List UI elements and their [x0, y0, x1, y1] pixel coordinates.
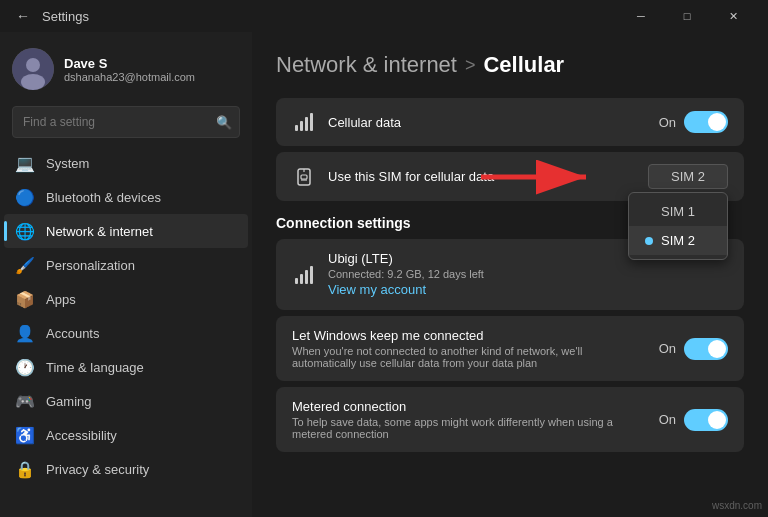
search-input[interactable] — [12, 106, 240, 138]
svg-rect-14 — [305, 270, 308, 284]
accounts-icon: 👤 — [16, 324, 34, 342]
keep-connected-status: On — [659, 341, 676, 356]
sidebar-item-label: Bluetooth & devices — [46, 190, 161, 205]
minimize-button[interactable]: ─ — [618, 0, 664, 32]
sidebar-item-label: System — [46, 156, 89, 171]
breadcrumb-current: Cellular — [483, 52, 564, 78]
svg-rect-6 — [310, 113, 313, 131]
maximize-button[interactable]: □ — [664, 0, 710, 32]
svg-rect-8 — [301, 175, 307, 179]
ubigi-subtitle: Connected: 9.2 GB, 12 days left — [328, 268, 728, 280]
svg-rect-5 — [305, 117, 308, 131]
sim-dropdown[interactable]: SIM 2 SIM 1 SIM 2 — [648, 164, 728, 189]
sidebar-item-label: Privacy & security — [46, 462, 149, 477]
user-name: Dave S — [64, 56, 195, 71]
sidebar-item-label: Accounts — [46, 326, 99, 341]
metered-card: Metered connection To help save data, so… — [276, 387, 744, 452]
sidebar-item-label: Apps — [46, 292, 76, 307]
breadcrumb-separator: > — [465, 55, 476, 76]
cellular-data-toggle[interactable] — [684, 111, 728, 133]
keep-connected-title: Let Windows keep me connected — [292, 328, 647, 343]
cellular-icon — [292, 110, 316, 134]
content-area: Network & internet > Cellular Cellular d… — [252, 32, 768, 517]
window-controls: ─ □ ✕ — [618, 0, 756, 32]
sidebar-item-gaming[interactable]: 🎮 Gaming — [4, 384, 248, 418]
svg-rect-3 — [295, 125, 298, 131]
svg-point-1 — [26, 58, 40, 72]
search-box: 🔍 — [12, 106, 240, 138]
sidebar-item-bluetooth[interactable]: 🔵 Bluetooth & devices — [4, 180, 248, 214]
back-button[interactable]: ← — [12, 5, 34, 27]
network-icon: 🌐 — [16, 222, 34, 240]
user-info: Dave S dshanaha23@hotmail.com — [64, 56, 195, 83]
sidebar-item-system[interactable]: 💻 System — [4, 146, 248, 180]
svg-rect-15 — [310, 266, 313, 284]
bluetooth-icon: 🔵 — [16, 188, 34, 206]
sidebar-item-label: Network & internet — [46, 224, 153, 239]
ubigi-icon — [292, 263, 316, 287]
sim-card-title: Use this SIM for cellular data — [328, 169, 636, 184]
sim-option-2[interactable]: SIM 2 — [629, 226, 727, 255]
nav-container: 💻 System 🔵 Bluetooth & devices 🌐 Network… — [0, 146, 252, 486]
metered-status: On — [659, 412, 676, 427]
app-title: Settings — [42, 9, 610, 24]
personalization-icon: 🖌️ — [16, 256, 34, 274]
avatar — [12, 48, 54, 90]
sidebar-item-label: Time & language — [46, 360, 144, 375]
view-account-link[interactable]: View my account — [328, 282, 426, 297]
main-layout: Dave S dshanaha23@hotmail.com 🔍 💻 System… — [0, 32, 768, 517]
cellular-data-title: Cellular data — [328, 115, 647, 130]
gaming-icon: 🎮 — [16, 392, 34, 410]
sim-card-card: Use this SIM for cellular data SIM 2 — [276, 152, 744, 201]
sim-option-1[interactable]: SIM 1 — [629, 197, 727, 226]
sidebar-item-privacy[interactable]: 🔒 Privacy & security — [4, 452, 248, 486]
metered-subtitle: To help save data, some apps might work … — [292, 416, 647, 440]
metered-title: Metered connection — [292, 399, 647, 414]
sidebar-item-network[interactable]: 🌐 Network & internet — [4, 214, 248, 248]
search-icon: 🔍 — [216, 115, 232, 130]
sidebar-item-label: Accessibility — [46, 428, 117, 443]
breadcrumb: Network & internet > Cellular — [276, 52, 744, 78]
metered-content: Metered connection To help save data, so… — [292, 399, 647, 440]
cellular-data-right: On — [659, 111, 728, 133]
sidebar-item-label: Gaming — [46, 394, 92, 409]
svg-point-2 — [21, 74, 45, 90]
keep-connected-content: Let Windows keep me connected When you'r… — [292, 328, 647, 369]
sim-dropdown-menu: SIM 1 SIM 2 — [628, 192, 728, 260]
svg-rect-12 — [295, 278, 298, 284]
sidebar-item-label: Personalization — [46, 258, 135, 273]
sidebar-item-accounts[interactable]: 👤 Accounts — [4, 316, 248, 350]
user-profile[interactable]: Dave S dshanaha23@hotmail.com — [0, 32, 252, 102]
metered-toggle[interactable] — [684, 409, 728, 431]
system-icon: 💻 — [16, 154, 34, 172]
sim-data-content: Use this SIM for cellular data — [328, 169, 636, 184]
sidebar: Dave S dshanaha23@hotmail.com 🔍 💻 System… — [0, 32, 252, 517]
keep-connected-subtitle: When you're not connected to another kin… — [292, 345, 647, 369]
cellular-data-content: Cellular data — [328, 115, 647, 130]
svg-rect-13 — [300, 274, 303, 284]
keep-connected-toggle[interactable] — [684, 338, 728, 360]
svg-rect-4 — [300, 121, 303, 131]
keep-connected-right: On — [659, 338, 728, 360]
sidebar-item-accessibility[interactable]: ♿ Accessibility — [4, 418, 248, 452]
accessibility-icon: ♿ — [16, 426, 34, 444]
time-icon: 🕐 — [16, 358, 34, 376]
apps-icon: 📦 — [16, 290, 34, 308]
titlebar: ← Settings ─ □ ✕ — [0, 0, 768, 32]
cellular-data-card: Cellular data On — [276, 98, 744, 146]
keep-connected-card: Let Windows keep me connected When you'r… — [276, 316, 744, 381]
close-button[interactable]: ✕ — [710, 0, 756, 32]
privacy-icon: 🔒 — [16, 460, 34, 478]
sidebar-item-apps[interactable]: 📦 Apps — [4, 282, 248, 316]
sim-icon — [292, 165, 316, 189]
metered-right: On — [659, 409, 728, 431]
sim-dropdown-wrap: SIM 2 SIM 1 SIM 2 — [648, 164, 728, 189]
sim-dropdown-value[interactable]: SIM 2 — [648, 164, 728, 189]
breadcrumb-parent: Network & internet — [276, 52, 457, 78]
cellular-data-status: On — [659, 115, 676, 130]
sidebar-item-time[interactable]: 🕐 Time & language — [4, 350, 248, 384]
user-email: dshanaha23@hotmail.com — [64, 71, 195, 83]
sidebar-item-personalization[interactable]: 🖌️ Personalization — [4, 248, 248, 282]
